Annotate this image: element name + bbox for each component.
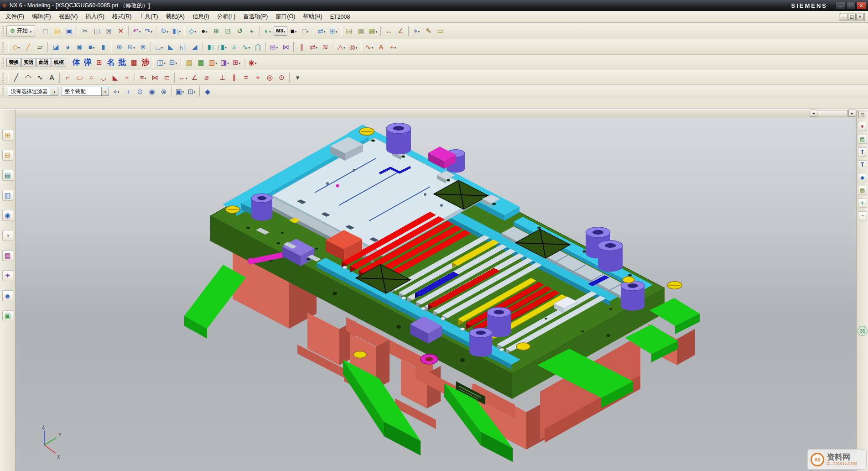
line-icon[interactable]: ╱ [10, 72, 22, 83]
minimize-button[interactable]: — [836, 2, 845, 10]
through-curves-icon[interactable]: ∿ [240, 41, 252, 52]
concentric-constraint-icon[interactable]: ◎ [264, 72, 275, 83]
hole-icon[interactable]: ◉ [74, 41, 85, 52]
mdi-restore-button[interactable]: ◱ [848, 14, 856, 20]
rotate-view-icon[interactable]: ↺ [234, 25, 245, 37]
viewport-restore-button[interactable]: ◱ [858, 111, 866, 118]
spring-macro-button[interactable]: 弹 [82, 57, 93, 68]
menu-preferences[interactable]: 首选项(P) [239, 11, 271, 22]
rail-alert-icon[interactable]: ▾ [858, 122, 867, 131]
unite-icon[interactable]: ⊕ [114, 41, 125, 52]
start-button[interactable]: ⚙ 开始 [6, 25, 35, 37]
pan-view-icon[interactable]: + [246, 25, 257, 37]
datum-plane-icon[interactable]: ◇ [10, 41, 22, 52]
layer-settings-icon[interactable]: ▥ [355, 25, 367, 37]
parallel-constraint-icon[interactable]: ∥ [229, 72, 240, 83]
center-point-icon[interactable]: ◉ [146, 86, 158, 97]
assembly-navigator-icon[interactable]: ⊞ [2, 130, 13, 141]
intersection-point-icon[interactable]: ⊗ [158, 86, 170, 97]
solid-translucent-button[interactable]: 实透 [21, 58, 36, 67]
snap-point-icon[interactable]: ⌖ [411, 25, 422, 37]
check-clearance-icon[interactable]: ◫ [156, 57, 167, 68]
count-badge[interactable]: 36 [858, 326, 868, 336]
constraint-navigator-icon[interactable]: ⊟ [2, 150, 13, 161]
hd3d-tools-icon[interactable]: ◉ [2, 210, 13, 221]
menu-information[interactable]: 信息(I) [189, 11, 213, 22]
section-icon[interactable]: ⊟ [167, 57, 179, 68]
spline-icon[interactable]: ∿ [34, 72, 46, 83]
copy-icon[interactable]: ◫ [91, 25, 103, 37]
menu-tools[interactable]: 工具(T) [135, 11, 161, 22]
selection-scope-combo[interactable]: 整个装配 [62, 87, 109, 96]
replace-display-button[interactable]: 替换 [6, 58, 21, 67]
curve-icon[interactable]: ∿ [364, 41, 375, 52]
work-color-icon[interactable]: ■ [288, 25, 299, 37]
window-cascade-icon[interactable]: ◧ [171, 25, 182, 37]
toolbar-grip[interactable] [2, 42, 4, 52]
background-color-icon[interactable]: □ [300, 25, 311, 37]
chamfer-icon[interactable]: ◣ [165, 41, 177, 52]
snap-point-toggle-icon[interactable]: ⌖ [111, 86, 122, 97]
move-component-icon[interactable]: ⇄ [308, 41, 319, 52]
rectangle-icon[interactable]: ▭ [74, 72, 85, 83]
intersect-icon[interactable]: ⊗ [137, 41, 149, 52]
tangent-constraint-icon[interactable]: ⊙ [276, 72, 287, 83]
menu-insert[interactable]: 插入(S) [82, 11, 108, 22]
menu-help[interactable]: 帮助(H) [299, 11, 326, 22]
undo-icon[interactable]: ↶ [131, 25, 142, 37]
circle-icon[interactable]: ○ [86, 72, 97, 83]
text-curve-icon[interactable]: A [46, 72, 57, 83]
toolbar-grip[interactable] [2, 73, 4, 83]
revolve-icon[interactable]: ◕ [62, 41, 73, 52]
block-icon[interactable]: ■ [86, 41, 97, 52]
body-macro-button[interactable]: 体 [71, 57, 82, 68]
cut-icon[interactable]: ✂ [79, 25, 91, 37]
end-point-icon[interactable]: + [123, 86, 134, 97]
orient-view-icon[interactable]: ◇ [187, 25, 198, 37]
history-icon[interactable]: ◔ [2, 230, 13, 241]
select-region-icon[interactable]: ▣ [174, 86, 186, 97]
scroll-right-button[interactable]: ▸ [848, 110, 856, 117]
draft-icon[interactable]: ◢ [189, 41, 200, 52]
component-group-icon[interactable]: ◨ [219, 57, 230, 68]
offset-curve-icon[interactable]: ≡ [137, 72, 149, 83]
swept-icon[interactable]: ⋂ [252, 41, 264, 52]
part-navigator-icon[interactable]: ▤ [2, 170, 13, 181]
subtract-icon[interactable]: ⊖ [125, 41, 137, 52]
delete-icon[interactable]: ✕ [115, 25, 126, 37]
rendering-style-icon[interactable]: ◐ [262, 25, 273, 37]
ruler-icon[interactable]: ▭ [435, 25, 446, 37]
scenes-icon[interactable]: ▣ [2, 310, 13, 321]
wcs-toggle-icon[interactable]: ◆ [202, 86, 213, 97]
edge-blend-icon[interactable]: ◡ [153, 41, 165, 52]
display-mode-icon[interactable]: ▦ [195, 57, 207, 68]
more-curves-icon[interactable]: ▾ [292, 72, 303, 83]
batch-macro-button[interactable]: 批 [117, 57, 128, 68]
rail-clock-icon[interactable]: ◔ [858, 211, 867, 220]
graphics-window[interactable]: ◂ ▸ [16, 110, 856, 471]
show-hide-icon[interactable]: ◎ [348, 41, 359, 52]
selection-filter-combo[interactable]: 没有选择过滤器 [8, 87, 58, 96]
filter-grid-icon[interactable]: ⊞ [231, 57, 242, 68]
rail-display-icon[interactable]: ▦ [858, 186, 867, 195]
name-macro-button[interactable]: 名 [105, 57, 116, 68]
scroll-left-button[interactable]: ◂ [810, 110, 817, 117]
view-m3-selector[interactable]: M3 [274, 26, 287, 36]
layer-category-icon[interactable]: ▦ [367, 25, 379, 37]
menu-assemblies[interactable]: 装配(A) [162, 11, 188, 22]
offset-surface-icon[interactable]: ≡ [229, 41, 240, 52]
angle-dimension-icon[interactable]: ∠ [189, 72, 200, 83]
die-assembly-model[interactable]: Z Y X [16, 110, 856, 471]
equal-constraint-icon[interactable]: = [240, 72, 252, 83]
split-body-icon[interactable]: ◨ [217, 41, 228, 52]
rail-layers-icon[interactable]: ▤ [858, 135, 867, 144]
lifting-rings[interactable] [421, 354, 438, 364]
menu-file[interactable]: 文件(F) [2, 11, 28, 22]
redo-icon[interactable]: ↷ [143, 25, 154, 37]
show-only-icon[interactable]: ◉ [247, 57, 258, 68]
grid-tool-icon[interactable]: ⊞ [94, 57, 105, 68]
rail-text2-icon[interactable]: T [858, 160, 867, 169]
repeat-command-icon[interactable]: ↻ [159, 25, 170, 37]
rail-plus-icon[interactable]: + [858, 199, 867, 208]
rail-text-icon[interactable]: T [858, 147, 867, 157]
